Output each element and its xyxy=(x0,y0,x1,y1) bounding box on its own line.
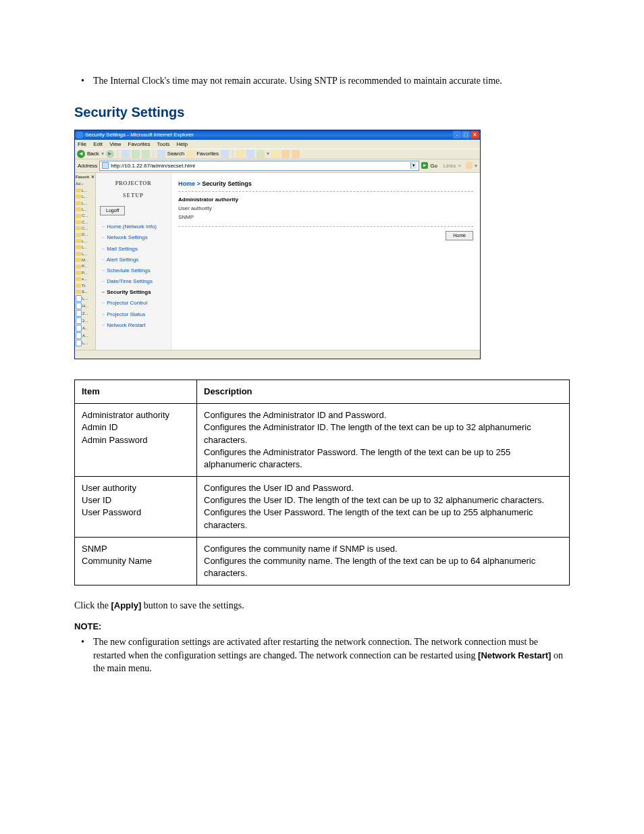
ie-body: Favorit ✕ Ad » L...L...L...L...C...C...C… xyxy=(75,173,480,350)
favorites-item[interactable]: L... xyxy=(76,251,95,257)
folder-icon xyxy=(76,245,81,249)
security-section-row[interactable]: User authority xyxy=(178,205,473,212)
favorites-item[interactable]: A... xyxy=(76,325,95,332)
description-table: Item Description Administrator authority… xyxy=(74,380,570,585)
menu-help[interactable]: Help xyxy=(177,141,188,147)
favorites-item[interactable]: D... xyxy=(76,232,95,237)
back-icon[interactable]: ◄ xyxy=(77,150,85,158)
ie-window: Security Settings - Microsoft Internet E… xyxy=(74,130,481,359)
favorites-icon[interactable] xyxy=(186,150,194,158)
bullet-dot: • xyxy=(81,74,93,88)
ie-title-text: Security Settings - Microsoft Internet E… xyxy=(85,131,194,138)
history-icon[interactable] xyxy=(221,150,229,158)
apply-button-ref: [Apply] xyxy=(111,600,141,610)
menu-file[interactable]: File xyxy=(78,141,86,147)
favorites-item[interactable]: C... xyxy=(76,219,95,225)
favorites-item[interactable]: C... xyxy=(76,213,95,218)
sidebar-item[interactable]: Home (Network Info) xyxy=(100,223,168,230)
window-minimize-button[interactable]: ‑ xyxy=(453,131,461,138)
go-label[interactable]: Go xyxy=(430,162,437,170)
favorites-item[interactable]: L... xyxy=(76,201,95,206)
favorites-item[interactable]: 2... xyxy=(76,317,95,324)
favorites-add[interactable]: Ad » xyxy=(76,181,95,186)
sidebar-item[interactable]: Projector Status xyxy=(100,311,168,318)
refresh-icon[interactable] xyxy=(132,150,140,158)
sidebar-item[interactable]: Network Settings xyxy=(100,234,168,241)
favorites-item[interactable]: L... xyxy=(76,340,95,346)
favorites-label[interactable]: Favorites xyxy=(196,150,219,157)
discuss-icon[interactable] xyxy=(271,150,279,158)
go-icon[interactable]: ► xyxy=(421,162,428,169)
folder-icon xyxy=(76,252,81,256)
security-section-row[interactable]: Administrator authority xyxy=(178,196,473,203)
security-section-row[interactable]: SNMP xyxy=(178,213,473,221)
page-icon xyxy=(76,310,82,317)
sidebar-item[interactable]: Mail Settings xyxy=(100,245,168,253)
links-label[interactable]: Links xyxy=(444,162,456,170)
favorites-item[interactable]: L... xyxy=(76,207,95,212)
address-input[interactable]: http://10.1.22.67/admin/secset.html ▾ xyxy=(99,161,419,171)
folder-icon xyxy=(76,271,81,275)
favorites-item[interactable]: P... xyxy=(76,263,95,269)
menu-favorites[interactable]: Favorites xyxy=(128,141,151,147)
edit-icon[interactable] xyxy=(257,150,265,158)
research-icon[interactable] xyxy=(281,150,290,158)
th-desc: Description xyxy=(197,380,570,403)
sidebar-item[interactable]: Network Restart xyxy=(100,321,168,329)
apply-instruction: Click the [Apply] button to save the set… xyxy=(74,599,570,613)
home-button[interactable]: Home xyxy=(446,231,473,240)
back-label[interactable]: Back xyxy=(87,150,99,157)
window-close-button[interactable]: ✕ xyxy=(471,131,479,138)
menu-edit[interactable]: Edit xyxy=(93,141,103,147)
sidebar-item[interactable]: Security Settings xyxy=(100,288,168,296)
favorites-item[interactable]: Tr xyxy=(76,283,95,288)
search-icon[interactable] xyxy=(157,150,165,158)
bullet-dot: • xyxy=(81,635,93,675)
messenger-icon[interactable] xyxy=(292,150,300,158)
folder-icon xyxy=(76,220,81,224)
favorites-item[interactable]: L... xyxy=(76,194,95,199)
breadcrumb: Home > Security Settings xyxy=(178,180,473,188)
favorites-pane: Favorit ✕ Ad » L...L...L...L...C...C...C… xyxy=(75,173,96,350)
sidebar-item[interactable]: Alert Settings xyxy=(100,256,168,263)
favorites-item[interactable]: L... xyxy=(76,188,95,193)
favorites-item[interactable]: L... xyxy=(76,244,95,250)
table-row: User authorityUser IDUser PasswordConfig… xyxy=(75,477,570,538)
search-label[interactable]: Search xyxy=(167,150,184,157)
menu-view[interactable]: View xyxy=(109,141,121,147)
favorites-item[interactable]: S... xyxy=(76,289,95,294)
network-restart-ref: [Network Restart] xyxy=(478,650,551,660)
note-bullet-text: The new configuration settings are activ… xyxy=(93,635,570,675)
address-dropdown-icon[interactable]: ▾ xyxy=(410,162,417,169)
forward-icon[interactable]: ► xyxy=(106,150,114,158)
address-value: http://10.1.22.67/admin/secset.html xyxy=(111,162,195,170)
sidebar-item[interactable]: Projector Control xyxy=(100,299,168,307)
mail-icon[interactable] xyxy=(236,150,244,158)
favorites-item[interactable]: 2... xyxy=(76,310,95,317)
menu-tools[interactable]: Tools xyxy=(157,141,170,147)
favorites-item[interactable]: L... xyxy=(76,238,95,244)
stop-icon[interactable] xyxy=(122,150,130,158)
sidebar-item[interactable]: Date/Time Settings xyxy=(100,278,168,285)
favorites-item[interactable]: s... xyxy=(76,276,95,282)
favorites-item[interactable]: A... xyxy=(76,332,95,339)
sidebar-item[interactable]: Schedule Settings xyxy=(100,267,168,274)
folder-icon xyxy=(76,277,81,281)
folder-icon xyxy=(76,233,81,237)
favorites-item[interactable]: H... xyxy=(76,303,95,309)
norton-icon[interactable] xyxy=(466,162,473,169)
favorites-item[interactable]: L... xyxy=(76,295,95,302)
folder-icon xyxy=(76,265,81,269)
favorites-item[interactable]: P... xyxy=(76,270,95,276)
window-maximize-button[interactable]: □ xyxy=(462,131,470,138)
folder-icon xyxy=(76,201,81,205)
breadcrumb-home[interactable]: Home xyxy=(178,180,195,187)
favorites-item[interactable]: C... xyxy=(76,226,95,231)
page-icon xyxy=(76,303,82,309)
print-icon[interactable] xyxy=(246,150,254,158)
projector-sidebar: PROJECTOR · · · · · · · · · · · · SETUP … xyxy=(96,173,171,350)
logoff-button[interactable]: Logoff xyxy=(100,206,125,215)
projector-main: Home > Security Settings Administrator a… xyxy=(171,173,480,350)
favorites-item[interactable]: M... xyxy=(76,257,95,263)
home-icon[interactable] xyxy=(142,150,150,158)
